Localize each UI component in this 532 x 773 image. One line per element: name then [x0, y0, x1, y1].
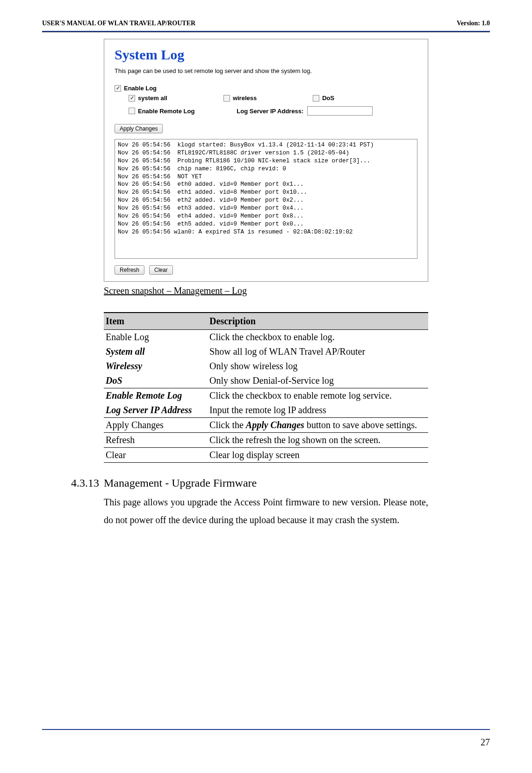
table-cell-desc: Clear log display screen	[208, 448, 428, 463]
enable-remote-label: Enable Remote Log	[138, 108, 194, 115]
table-cell-item: Enable Remote Log	[104, 388, 208, 403]
table-cell-desc: Input the remote log IP address	[208, 403, 428, 418]
system-all-label: system all	[138, 95, 167, 102]
dos-checkbox[interactable]	[313, 95, 319, 102]
table-row: WirelessyOnly show wireless log	[104, 359, 428, 373]
enable-remote-checkbox[interactable]	[129, 108, 135, 114]
table-cell-desc: Only show wireless log	[208, 359, 428, 373]
system-all-checkbox[interactable]	[129, 95, 135, 102]
section-body: This page allows you upgrade the Access …	[104, 493, 428, 529]
wireless-label: wireless	[233, 95, 257, 102]
header-rule-thin	[42, 32, 490, 32]
table-row: Log Server IP AddressInput the remote lo…	[104, 403, 428, 418]
log-textarea[interactable]: Nov 26 05:54:56 klogd started: BusyBox v…	[115, 139, 417, 259]
screenshot-subtitle: This page can be used to set remote log …	[115, 67, 417, 74]
table-row: RefreshClick the refresh the log shown o…	[104, 433, 428, 448]
screenshot-title: System Log	[115, 47, 417, 63]
table-cell-item: Apply Changes	[104, 418, 208, 433]
clear-button[interactable]: Clear	[149, 265, 173, 275]
table-cell-desc: Click the checkbox to enable remote log …	[208, 388, 428, 403]
table-cell-item: System all	[104, 344, 208, 359]
footer-rule	[42, 729, 490, 730]
screenshot-panel: System Log This page can be used to set …	[104, 39, 428, 282]
table-cell-desc: Click the Apply Changes button to save a…	[208, 418, 428, 433]
header-left: USER'S MANUAL OF WLAN TRAVEL AP/ROUTER	[42, 20, 195, 27]
page-header: USER'S MANUAL OF WLAN TRAVEL AP/ROUTER V…	[0, 0, 532, 30]
section-title: Management - Upgrade Firmware	[104, 477, 257, 489]
table-cell-item: Enable Log	[104, 330, 208, 345]
page-number: 27	[481, 737, 490, 748]
wireless-checkbox[interactable]	[223, 95, 230, 102]
header-right: Version: 1.0	[457, 20, 490, 27]
table-cell-desc: Click the refresh the log shown on the s…	[208, 433, 428, 448]
table-cell-desc: Show all log of WLAN Travel AP/Router	[208, 344, 428, 359]
table-cell-desc: Click the checkbox to enable log.	[208, 330, 428, 345]
table-head-item: Item	[104, 313, 208, 330]
enable-log-label: Enable Log	[124, 85, 157, 92]
table-cell-desc: Only show Denial-of-Service log	[208, 373, 428, 388]
table-row: Enable Remote LogClick the checkbox to e…	[104, 388, 428, 403]
description-table: Item Description Enable LogClick the che…	[104, 312, 428, 463]
section-heading: 4.3.13Management - Upgrade Firmware	[104, 477, 428, 489]
table-head-desc: Description	[208, 313, 428, 330]
table-cell-item: Clear	[104, 448, 208, 463]
apply-changes-button[interactable]: Apply Changes	[115, 124, 163, 133]
table-row: System allShow all log of WLAN Travel AP…	[104, 344, 428, 359]
enable-log-checkbox[interactable]	[115, 85, 121, 92]
table-cell-item: Refresh	[104, 433, 208, 448]
screenshot-caption: Screen snapshot – Management – Log	[104, 285, 428, 296]
table-row: ClearClear log display screen	[104, 448, 428, 463]
table-cell-item: DoS	[104, 373, 208, 388]
dos-label: DoS	[322, 95, 334, 102]
refresh-button[interactable]: Refresh	[115, 265, 144, 275]
table-cell-item: Log Server IP Address	[104, 403, 208, 418]
table-cell-item: Wirelessy	[104, 359, 208, 373]
table-row: Enable LogClick the checkbox to enable l…	[104, 330, 428, 345]
section-number: 4.3.13	[71, 477, 104, 489]
log-server-ip-input[interactable]	[307, 106, 373, 116]
log-server-ip-label: Log Server IP Address:	[237, 108, 303, 115]
table-row: DoSOnly show Denial-of-Service log	[104, 373, 428, 388]
table-row: Apply ChangesClick the Apply Changes but…	[104, 418, 428, 433]
